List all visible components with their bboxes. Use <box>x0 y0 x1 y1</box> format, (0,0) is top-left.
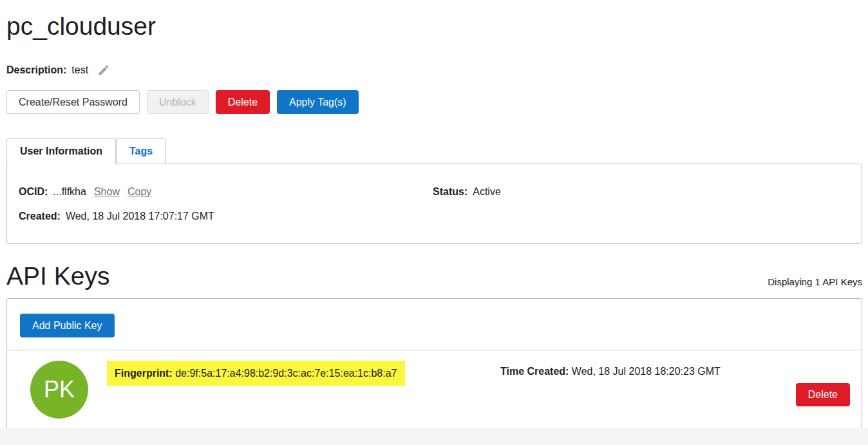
delete-user-button[interactable]: Delete <box>216 90 270 114</box>
apply-tags-button[interactable]: Apply Tag(s) <box>277 90 359 114</box>
api-key-row-right: Time Created: Wed, 18 Jul 2018 18:20:23 … <box>484 361 850 406</box>
status-value: Active <box>473 186 501 198</box>
created-label: Created: <box>19 211 61 222</box>
ocid-copy-link[interactable]: Copy <box>127 186 151 198</box>
ocid-row: OCID: ...flfkha Show Copy <box>19 185 433 198</box>
public-key-avatar: PK <box>30 361 88 419</box>
page-title: pc_clouduser <box>6 12 862 41</box>
description-value: test <box>71 64 88 76</box>
fingerprint-cell: Fingerprint: de:9f:5a:17:a4:98:b2:9d:3c:… <box>88 361 484 386</box>
created-value: Wed, 18 Jul 2018 17:07:17 GMT <box>66 211 214 222</box>
api-keys-toolbar: Add Public Key <box>7 299 862 350</box>
unblock-button[interactable]: Unblock <box>147 90 209 114</box>
user-information-grid: OCID: ...flfkha Show Copy Status: Active <box>19 185 850 198</box>
created-row: Created: Wed, 18 Jul 2018 17:07:17 GMT <box>19 210 850 222</box>
api-keys-title: API Keys <box>6 261 109 290</box>
edit-description-icon[interactable] <box>97 64 110 77</box>
ocid-value: ...flfkha <box>53 186 86 198</box>
action-buttons: Create/Reset Password Unblock Delete App… <box>6 90 862 114</box>
status-label: Status: <box>433 186 467 198</box>
tab-user-information[interactable]: User Information <box>6 138 116 164</box>
delete-api-key-button[interactable]: Delete <box>796 383 850 406</box>
add-public-key-button[interactable]: Add Public Key <box>20 314 115 337</box>
description-label: Description: <box>6 64 66 76</box>
ocid-label: OCID: <box>19 186 48 198</box>
api-keys-header: API Keys Displaying 1 API Keys <box>6 261 862 290</box>
api-key-row: PK Fingerprint: de:9f:5a:17:a4:98:b2:9d:… <box>7 350 862 429</box>
fingerprint-value: de:9f:5a:17:a4:98:b2:9d:3c:ac:7e:15:ea:1… <box>175 368 397 379</box>
fingerprint-highlight: Fingerprint: de:9f:5a:17:a4:98:b2:9d:3c:… <box>107 361 405 386</box>
time-created-value: Wed, 18 Jul 2018 18:20:23 GMT <box>572 366 721 377</box>
status-row: Status: Active <box>433 185 850 198</box>
description-row: Description: test <box>6 64 862 76</box>
create-reset-password-button[interactable]: Create/Reset Password <box>6 90 140 114</box>
ocid-show-link[interactable]: Show <box>94 186 120 198</box>
tab-bar: User Information Tags <box>6 138 862 164</box>
api-keys-count-text: Displaying 1 API Keys <box>768 276 862 290</box>
page-bottom-area <box>0 428 868 445</box>
fingerprint-label: Fingerprint: <box>115 368 173 379</box>
tab-tags[interactable]: Tags <box>116 138 166 164</box>
time-created-label: Time Created: <box>500 366 569 377</box>
api-keys-container: Add Public Key PK Fingerprint: de:9f:5a:… <box>6 298 862 430</box>
main-content: pc_clouduser Description: test Create/Re… <box>0 12 868 430</box>
user-information-panel: OCID: ...flfkha Show Copy Status: Active… <box>6 164 862 244</box>
time-created-cell: Time Created: Wed, 18 Jul 2018 18:20:23 … <box>484 366 850 377</box>
